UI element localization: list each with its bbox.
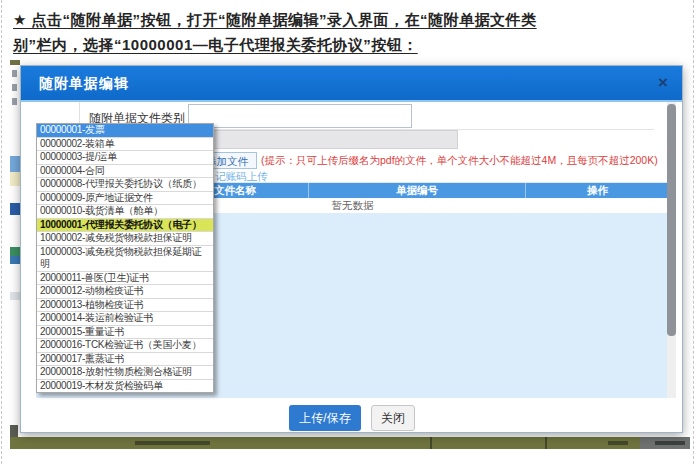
dialog-title: 随附单据编辑: [39, 75, 129, 93]
table-column-header: 操作: [526, 183, 669, 198]
dropdown-item[interactable]: 20000017-熏蒸证书: [37, 353, 213, 367]
taskbar-smudge: [655, 441, 685, 445]
dialog-titlebar: 随附单据编辑 ×: [21, 66, 682, 102]
taskbar-divider: [430, 437, 432, 449]
dropdown-item[interactable]: 00000010-载货清单（舱单）: [37, 205, 213, 219]
dropdown-item[interactable]: 20000013-植物检疫证书: [37, 299, 213, 313]
disabled-field: [188, 130, 458, 149]
background-fragment: [10, 60, 20, 65]
dialog-scrollbar[interactable]: [667, 102, 676, 398]
right-dashed-border: [693, 0, 694, 464]
taskbar-smudge: [608, 441, 628, 445]
dropdown-item[interactable]: 20000015-重量证书: [37, 326, 213, 340]
instruction-line-2: 别”栏内，选择“10000001—电子代理报关委托协议”按钮：: [13, 32, 689, 57]
table-column-header: 单据编号: [309, 183, 526, 198]
instruction-text: ★ 点击“随附单据”按钮，打开“随附单据编辑”录入界面，在“随附单据文件类 别”…: [13, 7, 689, 57]
close-icon[interactable]: ×: [658, 73, 668, 93]
dropdown-item[interactable]: 20000014-装运前检验证书: [37, 312, 213, 326]
background-fragment: [10, 425, 18, 437]
doc-type-input[interactable]: [188, 104, 412, 128]
background-fragment: [10, 292, 20, 300]
upload-save-button[interactable]: 上传/保存: [289, 405, 361, 431]
background-fragment: [12, 70, 17, 77]
instruction-line-1: ★ 点击“随附单据”按钮，打开“随附单据编辑”录入界面，在“随附单据文件类: [13, 7, 689, 32]
left-dashed-border: [1, 0, 2, 464]
dropdown-item[interactable]: 20000012-动物检疫证书: [37, 285, 213, 299]
upload-hint-text: (提示：只可上传后缀名为pdf的文件，单个文件大小不能超过4M，且每页不超过20…: [261, 154, 658, 168]
dropdown-item[interactable]: 20000016-TCK检验证书（美国小麦）: [37, 339, 213, 353]
dropdown-item[interactable]: 10000001-代理报关委托协议（电子）: [37, 219, 213, 233]
dropdown-item[interactable]: 20000011-兽医(卫生)证书: [37, 272, 213, 286]
dropdown-item[interactable]: 00000002-装箱单: [37, 138, 213, 152]
scrollbar-thumb[interactable]: [667, 104, 676, 336]
dropdown-item[interactable]: 00000009-原产地证据文件: [37, 192, 213, 206]
background-fragment: [12, 98, 17, 105]
dropdown-item[interactable]: 10000002-减免税货物税款担保证明: [37, 232, 213, 246]
dropdown-item[interactable]: 10000003-减免税货物税款担保延期证明: [37, 246, 213, 272]
background-taskbar: [10, 437, 690, 449]
background-fragment: [12, 84, 17, 91]
close-button[interactable]: 关闭: [371, 405, 415, 431]
dropdown-item[interactable]: 00000004-合同: [37, 165, 213, 179]
doc-type-dropdown[interactable]: 00000001-发票00000002-装箱单00000003-提/运单0000…: [36, 123, 214, 393]
taskbar-smudge: [135, 441, 210, 445]
dropdown-item[interactable]: 20000018-放射性物质检测合格证明: [37, 366, 213, 380]
attached-documents-dialog: 随附单据编辑 × 随附单据文件类别 添加文件 (提示：只可上传后缀名为pdf的文…: [20, 65, 683, 433]
taskbar-divider: [545, 437, 547, 449]
dropdown-item[interactable]: 00000001-发票: [37, 124, 213, 138]
dropdown-item[interactable]: 00000003-提/运单: [37, 151, 213, 165]
dropdown-item[interactable]: 20000019-木材发货检验码单: [37, 380, 213, 393]
screenshot-root: ★ 点击“随附单据”按钮，打开“随附单据编辑”录入界面，在“随附单据文件类 别”…: [0, 0, 698, 464]
dropdown-item[interactable]: 00000008-代理报关委托协议（纸质）: [37, 178, 213, 192]
